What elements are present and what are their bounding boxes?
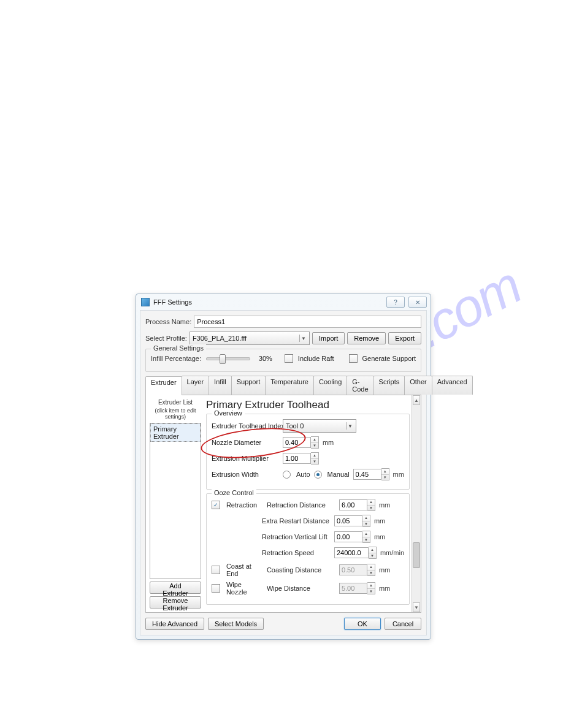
slider-thumb[interactable]: [220, 354, 226, 364]
include-raft-checkbox[interactable]: [285, 354, 293, 363]
tab-infill[interactable]: Infill: [209, 376, 232, 395]
wipe-checkbox[interactable]: [212, 584, 220, 593]
coasting-distance-label: Coasting Distance: [267, 566, 335, 574]
mm-unit: mm: [374, 517, 385, 525]
mm-unit: mm: [379, 566, 390, 574]
vertical-lift-label: Retraction Vertical Lift: [262, 533, 331, 540]
chevron-down-icon: ▼: [299, 335, 307, 342]
tab-extruder[interactable]: Extruder: [145, 376, 182, 395]
hide-advanced-button[interactable]: Hide Advanced: [145, 618, 204, 630]
width-manual-label: Manual: [327, 471, 350, 478]
generate-support-checkbox[interactable]: [349, 354, 358, 363]
tab-cooling[interactable]: Cooling: [313, 376, 347, 395]
wipe-distance-input: [339, 583, 367, 594]
retraction-speed-spinner[interactable]: ▲▼: [334, 547, 377, 559]
extruder-list-title: Extruder List: [150, 399, 201, 406]
wipe-label: Wipe Nozzle: [226, 581, 263, 596]
generate-support-label: Generate Support: [362, 355, 416, 362]
tab-layer[interactable]: Layer: [182, 376, 210, 395]
import-button[interactable]: Import: [312, 332, 345, 344]
ok-button[interactable]: OK: [344, 618, 381, 630]
tab-gcode[interactable]: G-Code: [347, 376, 373, 395]
extra-restart-input[interactable]: [334, 515, 362, 526]
export-button[interactable]: Export: [388, 332, 421, 344]
toolhead-index-value: Tool 0: [286, 422, 304, 430]
remove-extruder-button[interactable]: Remove Extruder: [150, 596, 201, 609]
remove-profile-button[interactable]: Remove: [347, 332, 386, 344]
extruder-list-hint: (click item to edit settings): [150, 408, 201, 420]
scroll-up-icon[interactable]: ▲: [413, 395, 420, 405]
mm-unit: mm: [379, 585, 390, 592]
infill-percentage-label: Infill Percentage:: [151, 355, 204, 362]
mm-unit: mm: [374, 533, 385, 540]
extruder-listbox[interactable]: Primary Extruder: [150, 423, 201, 579]
extrusion-multiplier-input[interactable]: [283, 453, 311, 464]
overview-title: Overview: [212, 409, 245, 417]
retraction-distance-spinner[interactable]: ▲▼: [339, 499, 375, 511]
coast-label: Coast at End: [226, 563, 263, 577]
nozzle-diameter-spinner[interactable]: ▲▼: [283, 436, 319, 449]
select-models-button[interactable]: Select Models: [208, 618, 264, 630]
toolhead-index-select[interactable]: Tool 0 ▼: [283, 419, 356, 433]
process-name-input[interactable]: [194, 316, 421, 328]
coasting-distance-spinner[interactable]: ▲▼: [339, 564, 375, 576]
list-item[interactable]: Primary Extruder: [150, 423, 201, 442]
panel-scrollbar[interactable]: ▲ ▼: [412, 395, 421, 612]
retraction-label: Retraction: [226, 501, 263, 509]
tab-other[interactable]: Other: [404, 376, 432, 395]
tab-temperature[interactable]: Temperature: [265, 376, 314, 395]
process-name-label: Process Name:: [145, 318, 191, 325]
nozzle-diameter-label: Nozzle Diameter: [212, 439, 279, 446]
scrollbar-thumb[interactable]: [413, 542, 420, 568]
tab-support[interactable]: Support: [231, 376, 266, 395]
wipe-distance-label: Wipe Distance: [267, 585, 335, 592]
infill-value: 30%: [253, 355, 272, 362]
general-settings-title: General Settings: [151, 344, 206, 352]
nozzle-diameter-input[interactable]: [283, 437, 311, 448]
tab-scripts[interactable]: Scripts: [373, 376, 405, 395]
overview-group: Overview Extruder Toolhead Index Tool 0 …: [206, 414, 410, 490]
fff-settings-dialog: FFF Settings ? ✕ Process Name: Select Pr…: [136, 294, 431, 640]
retraction-distance-input[interactable]: [339, 499, 367, 510]
retraction-distance-label: Retraction Distance: [267, 501, 335, 509]
retraction-speed-input[interactable]: [334, 547, 369, 558]
extrusion-multiplier-spinner[interactable]: ▲▼: [283, 452, 319, 464]
retraction-speed-label: Retraction Speed: [262, 549, 331, 556]
scroll-down-icon[interactable]: ▼: [413, 602, 420, 612]
mmmin-unit: mm/min: [380, 549, 404, 556]
window-title: FFF Settings: [153, 298, 386, 306]
add-extruder-button[interactable]: Add Extruder: [150, 582, 201, 594]
nozzle-unit: mm: [323, 439, 334, 446]
extra-restart-label: Extra Restart Distance: [262, 517, 331, 525]
vertical-lift-spinner[interactable]: ▲▼: [334, 531, 370, 543]
titlebar: FFF Settings ? ✕: [136, 294, 431, 310]
vertical-lift-input[interactable]: [334, 531, 362, 542]
extrusion-width-label: Extrusion Width: [212, 471, 279, 478]
wipe-distance-spinner[interactable]: ▲▼: [339, 582, 375, 594]
coast-checkbox[interactable]: [212, 566, 220, 574]
ooze-control-group: Ooze Control ✓ Retraction Retraction Dis…: [206, 493, 410, 605]
app-icon: [141, 298, 150, 306]
toolhead-index-label: Extruder Toolhead Index: [212, 422, 279, 430]
retraction-checkbox[interactable]: ✓: [212, 501, 220, 509]
tabs: Extruder Layer Infill Support Temperatur…: [145, 376, 421, 395]
extra-restart-spinner[interactable]: ▲▼: [334, 515, 370, 527]
coasting-distance-input: [339, 564, 367, 575]
extrusion-width-spinner[interactable]: ▲▼: [353, 468, 389, 480]
profile-select[interactable]: F306_PLA_210.fff ▼: [190, 332, 310, 345]
width-auto-radio[interactable]: [283, 471, 291, 479]
general-settings-group: General Settings Infill Percentage: 30% …: [145, 349, 421, 372]
cancel-button[interactable]: Cancel: [385, 618, 421, 630]
width-unit: mm: [393, 471, 404, 478]
ooze-title: Ooze Control: [212, 489, 256, 496]
chevron-down-icon: ▼: [346, 422, 354, 430]
extrusion-width-input[interactable]: [353, 469, 381, 480]
close-button[interactable]: ✕: [408, 297, 427, 308]
profile-value: F306_PLA_210.fff: [193, 335, 247, 342]
mm-unit: mm: [379, 501, 390, 509]
infill-slider[interactable]: [206, 357, 250, 360]
width-manual-radio[interactable]: [314, 471, 322, 479]
tab-advanced[interactable]: Advanced: [432, 376, 473, 395]
include-raft-label: Include Raft: [298, 355, 334, 362]
help-button[interactable]: ?: [386, 297, 405, 308]
